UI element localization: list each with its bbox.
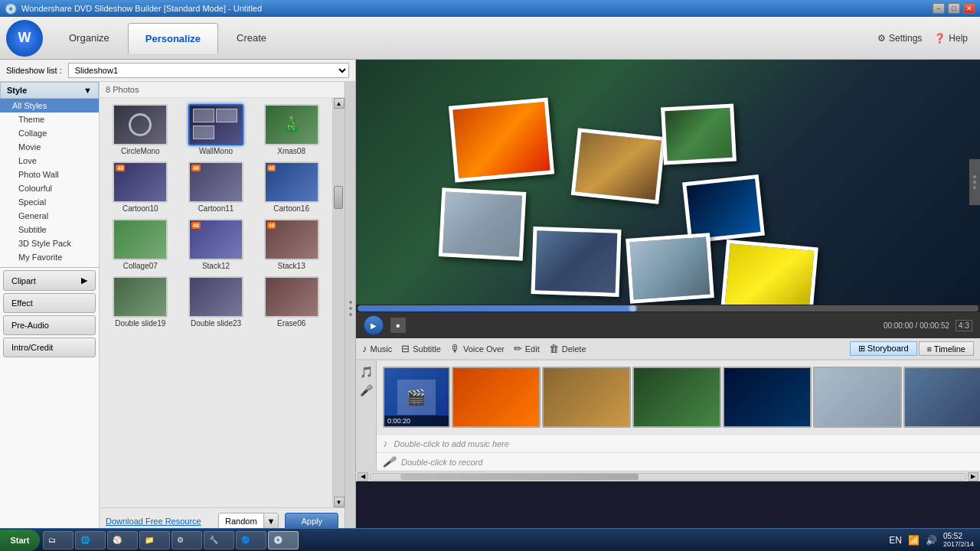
hscroll-right[interactable]: ▶ <box>968 472 978 481</box>
preview-photo-castle <box>531 227 621 297</box>
style-thumb-erase06 <box>264 276 319 318</box>
left-icon-2[interactable]: 🎤 <box>358 382 374 399</box>
intro-credit-button[interactable]: Intro/Credit <box>3 337 96 357</box>
stop-button[interactable]: ■ <box>390 317 407 334</box>
preview-photo-flower2 <box>661 104 737 165</box>
taskbar-app-media[interactable]: ⚾ <box>107 531 138 549</box>
style-item-stack12[interactable]: 48 Stack12 <box>180 217 253 272</box>
style-item-stack13[interactable]: 48 Stack13 <box>255 217 328 272</box>
pre-audio-button[interactable]: Pre-Audio <box>3 315 96 335</box>
story-item-2[interactable] <box>542 367 631 428</box>
sidebar-item-movie[interactable]: Movie <box>0 140 99 154</box>
music-tool[interactable]: ♪ Music <box>362 343 392 354</box>
help-button[interactable]: ❓ Help <box>934 33 968 44</box>
style-item-cartoon10[interactable]: 48 Cartoon10 <box>104 160 177 214</box>
tab-organize[interactable]: Organize <box>52 23 126 54</box>
tab-personalize[interactable]: Personalize <box>128 23 218 54</box>
scroll-thumb[interactable] <box>334 186 343 209</box>
app-header: W Organize Personalize Create ⚙ Settings… <box>0 17 980 60</box>
style-label-cartoon16: Cartoon16 <box>273 204 309 213</box>
record-hint-row[interactable]: 🎤 Double-click to record <box>377 452 980 471</box>
music-note-icon: ♪ <box>383 438 388 449</box>
subtitle-tool[interactable]: ⊟ Subtitle <box>401 343 441 354</box>
left-panel: Slideshow list : Slideshow1 Style ▼ All … <box>0 60 356 534</box>
story-item-1[interactable] <box>452 367 541 428</box>
style-item-collage07[interactable]: Collage07 <box>104 217 177 272</box>
story-item-4[interactable] <box>723 367 812 428</box>
time-display: 00:00:00 / 00:00:52 <box>884 321 949 330</box>
random-button[interactable]: Random ▼ <box>218 513 279 530</box>
taskbar-app-ie[interactable]: 🌐 <box>75 531 106 549</box>
storyboard-view-button[interactable]: ⊞ Storyboard <box>850 341 917 356</box>
style-section-header[interactable]: Style ▼ <box>0 82 99 99</box>
sidebar-item-photo-wall[interactable]: Photo Wall <box>0 168 99 181</box>
taskbar-app-dvd[interactable]: 💿 <box>268 531 299 549</box>
sidebar-item-subtitle[interactable]: Subtitle <box>0 223 99 236</box>
sidebar-item-my-favorite[interactable]: My Favorite <box>0 250 99 264</box>
edit-tool[interactable]: ✏ Edit <box>514 343 540 354</box>
style-item-cartoon11[interactable]: 48 Cartoon11 <box>180 160 253 214</box>
tab-create[interactable]: Create <box>220 23 283 54</box>
thumb-badge-stack12: 48 <box>191 222 201 229</box>
clipart-button[interactable]: Clipart ▶ <box>3 270 96 291</box>
music-hint-row[interactable]: ♪ Double-click to add music here <box>377 434 980 452</box>
play-button[interactable]: ▶ <box>364 315 384 335</box>
sidebar-item-love[interactable]: Love <box>0 154 99 168</box>
side-dot-2 <box>973 181 976 184</box>
style-thumb-double19 <box>113 276 168 318</box>
sidebar-item-all-styles[interactable]: All Styles <box>0 99 99 112</box>
effect-button[interactable]: Effect <box>3 293 96 313</box>
scroll-down-button[interactable]: ▼ <box>334 497 345 507</box>
style-thumb-wallmono <box>188 104 243 145</box>
maximize-button[interactable]: □ <box>948 3 960 14</box>
style-item-circlemono[interactable]: CircleMono <box>104 103 177 157</box>
sidebar-item-3d-style[interactable]: 3D Style Pack <box>0 236 99 250</box>
start-button[interactable]: Start <box>0 530 40 551</box>
left-icon-1[interactable]: 🎵 <box>358 364 374 380</box>
voice-over-tool[interactable]: 🎙 Voice Over <box>450 343 505 354</box>
random-label: Random <box>219 514 263 529</box>
taskbar-app-3[interactable]: 🔧 <box>204 531 234 549</box>
delete-tool[interactable]: 🗑 Delete <box>549 343 586 354</box>
settings-icon: ⚙ <box>877 33 886 44</box>
style-item-xmas08[interactable]: 🎄 Xmas08 <box>255 103 328 157</box>
style-item-cartoon16[interactable]: 48 Cartoon16 <box>255 160 328 214</box>
hscroll-left[interactable]: ◀ <box>358 472 368 481</box>
story-item-3[interactable] <box>632 367 721 428</box>
taskbar-app-files[interactable]: 📁 <box>139 531 170 549</box>
style-item-double19[interactable]: Double slide19 <box>104 275 177 329</box>
story-item-0[interactable]: 🎬 0:00:20 <box>383 367 450 428</box>
style-label-stack12: Stack12 <box>202 262 230 270</box>
close-button[interactable]: ✕ <box>963 3 975 14</box>
style-label-erase06: Erase06 <box>277 319 305 328</box>
timeline-view-button[interactable]: ≡ Timeline <box>919 341 974 356</box>
random-dropdown-icon[interactable]: ▼ <box>263 514 279 529</box>
style-item-erase06[interactable]: Erase06 <box>255 275 328 329</box>
slideshow-select[interactable]: Slideshow1 <box>68 63 349 78</box>
music-icon: ♪ <box>362 343 368 354</box>
story-item-6[interactable] <box>903 367 980 428</box>
taskbar-app-chrome[interactable]: 🔵 <box>236 531 266 549</box>
taskbar-app-explorer[interactable]: 🗂 <box>43 531 74 549</box>
slideshow-bar: Slideshow list : Slideshow1 <box>0 60 355 82</box>
settings-button[interactable]: ⚙ Settings <box>877 33 922 44</box>
style-scrollbar[interactable]: ▲ ▼ <box>332 98 345 507</box>
collapse-strip[interactable] <box>345 82 355 534</box>
style-item-wallmono[interactable]: WallMono <box>180 103 253 157</box>
style-thumb-xmas08: 🎄 <box>264 104 319 145</box>
download-link[interactable]: Download Free Resource <box>106 517 201 526</box>
story-item-5[interactable] <box>813 367 902 428</box>
title-bar: 💿 Wondershare DVD Slideshow Builder [Sta… <box>0 0 980 17</box>
sidebar-item-colourful[interactable]: Colourful <box>0 181 99 195</box>
apply-button[interactable]: Apply <box>285 513 338 530</box>
style-item-double23[interactable]: Double slide23 <box>180 275 253 329</box>
minimize-button[interactable]: − <box>933 3 945 14</box>
style-label-stack13: Stack13 <box>278 262 305 270</box>
scroll-up-button[interactable]: ▲ <box>334 98 345 109</box>
preview-side-strip[interactable] <box>969 159 980 205</box>
taskbar-app-2[interactable]: ⚙ <box>172 531 202 549</box>
sidebar-item-special[interactable]: Special <box>0 195 99 209</box>
sidebar-item-general[interactable]: General <box>0 209 99 223</box>
sidebar-item-theme[interactable]: Theme <box>0 112 99 126</box>
sidebar-item-collage[interactable]: Collage <box>0 126 99 140</box>
